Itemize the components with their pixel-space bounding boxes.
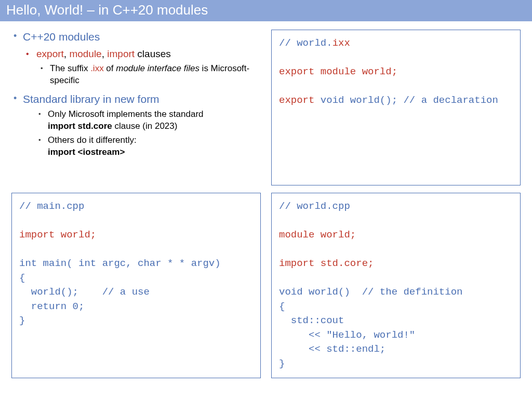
bullet-1-sub1-a: The suffix .ixx of module interface file… (36, 63, 261, 87)
slide-title: Hello, World! – in C++20 modules (0, 0, 532, 21)
suffix-ixx: .ixx (90, 63, 104, 73)
text: Others do it differently: (48, 135, 137, 145)
bullet-1-head: C++20 modules (23, 31, 100, 43)
kw-iostream: import <iostream> (48, 147, 125, 157)
bullet-2-sub2: Others do it differently:import <iostrea… (34, 135, 261, 158)
kw-export: export (36, 48, 64, 59)
bullet-2-head: Standard library in new form (23, 93, 159, 105)
bullet-2-sub1: Only Microsoft implements the standard i… (34, 109, 261, 132)
bullet-list: C++20 modules export, module, import cla… (11, 30, 261, 185)
text: Only Microsoft implements the standard (48, 109, 204, 119)
bullet-1-sub1: export, module, import clauses The suffi… (23, 47, 261, 87)
text: of (104, 63, 116, 73)
code-main-cpp: // main.cpp import world; int main( int … (11, 193, 261, 378)
text: clauses (135, 48, 171, 59)
code-world-cpp: // world.cpp module world; import std.co… (271, 193, 521, 378)
slide-body: C++20 modules export, module, import cla… (0, 21, 532, 385)
term-mif: module interface files (116, 63, 200, 73)
text: clause (in 2023) (112, 121, 178, 131)
text: The suffix (50, 63, 90, 73)
code-world-ixx: // world.ixx export module world; export… (271, 30, 521, 185)
kw-module: module (69, 48, 101, 59)
kw-std-core: import std.core (48, 121, 112, 131)
kw-import: import (107, 48, 135, 59)
text: , (64, 48, 70, 59)
text: , (102, 48, 108, 59)
